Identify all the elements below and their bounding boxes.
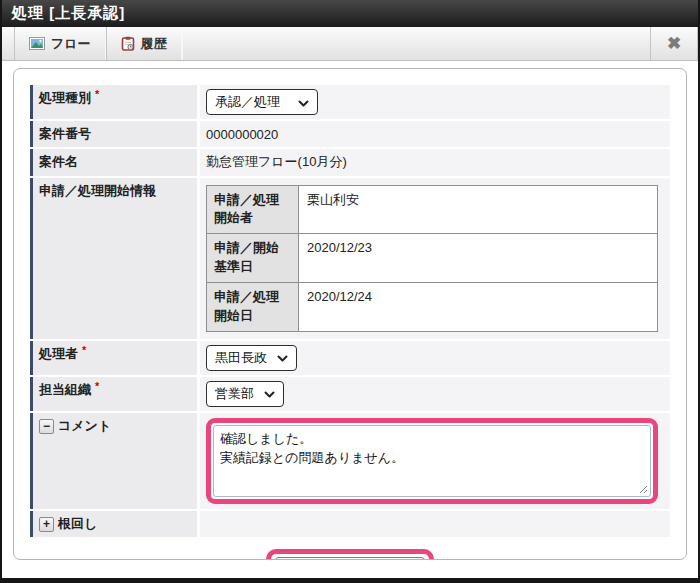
table-row: 申請／処理開始者 栗山利安 — [207, 185, 658, 234]
chevron-down-icon — [277, 350, 288, 365]
form-panel: 処理種別* 承認／処理 案件番号 0000000020 — [13, 68, 687, 560]
start-info-row-label: 申請／開始基準日 — [207, 234, 299, 283]
approve-button[interactable]: 承認／処理 — [274, 557, 426, 560]
form-row-nemawashi: + 根回し — [30, 511, 670, 537]
case-name-label: 案件名 — [30, 149, 197, 175]
form-row-comment: − コメント 確認しました。 実績記録との問題ありません。 — [30, 413, 670, 509]
comment-field: 確認しました。 実績記録との問題ありません。 — [200, 413, 670, 509]
organization-select[interactable]: 営業部 — [206, 381, 284, 407]
required-mark: * — [95, 381, 99, 392]
flow-button[interactable]: フロー — [14, 27, 106, 60]
chevron-down-icon — [264, 386, 275, 401]
start-info-row-label: 申請／処理開始者 — [207, 185, 299, 234]
start-info-row-value: 2020/12/24 — [299, 282, 658, 331]
minus-icon: − — [43, 420, 50, 432]
process-type-field: 承認／処理 — [200, 85, 670, 119]
nemawashi-field — [200, 511, 670, 537]
close-button[interactable]: ✖ — [650, 27, 698, 60]
organization-selected-value: 営業部 — [215, 385, 254, 403]
form-row-case-name: 案件名 勤怠管理フロー(10月分) — [30, 149, 670, 175]
label-text: 担当組織 — [39, 382, 91, 398]
comment-highlight-ring: 確認しました。 実績記録との問題ありません。 — [206, 418, 658, 504]
label-text: 案件番号 — [39, 126, 91, 142]
form-row-process-type: 処理種別* 承認／処理 — [30, 85, 670, 119]
close-icon: ✖ — [667, 35, 681, 52]
table-row: 申請／処理開始日 2020/12/24 — [207, 282, 658, 331]
form-row-case-number: 案件番号 0000000020 — [30, 121, 670, 147]
workflow-window: 処理 [上長承認] フロー — [0, 0, 700, 583]
label-text: 案件名 — [39, 154, 78, 170]
start-info-label: 申請／処理開始情報 — [30, 178, 197, 339]
history-icon — [121, 36, 135, 51]
window-titlebar: 処理 [上長承認] — [2, 0, 698, 27]
form-row-start-info: 申請／処理開始情報 申請／処理開始者 栗山利安 申請／開始基準日 2020/12… — [30, 178, 670, 339]
process-type-label: 処理種別* — [30, 85, 197, 119]
label-text: 申請／処理開始情報 — [39, 183, 156, 199]
processor-selected-value: 黒田長政 — [215, 349, 267, 367]
start-info-field: 申請／処理開始者 栗山利安 申請／開始基準日 2020/12/23 申請／処理開… — [200, 178, 670, 339]
start-info-row-label: 申請／処理開始日 — [207, 282, 299, 331]
label-text: 処理種別 — [39, 90, 91, 106]
label-text: 根回し — [58, 516, 97, 532]
case-number-label: 案件番号 — [30, 121, 197, 147]
case-name-field: 勤怠管理フロー(10月分) — [200, 149, 670, 175]
comment-label: − コメント — [30, 413, 197, 509]
start-info-row-value: 栗山利安 — [299, 185, 658, 234]
case-name-value: 勤怠管理フロー(10月分) — [206, 153, 347, 171]
expand-toggle-button[interactable]: + — [39, 517, 54, 532]
label-text: コメント — [58, 418, 111, 434]
chevron-down-icon — [298, 95, 309, 110]
action-row: 承認／処理 — [30, 549, 670, 560]
processor-label: 処理者* — [30, 341, 197, 375]
form-row-processor: 処理者* 黒田長政 — [30, 341, 670, 375]
required-mark: * — [82, 345, 86, 356]
form-row-organization: 担当組織* 営業部 — [30, 377, 670, 411]
process-type-selected-value: 承認／処理 — [215, 93, 280, 111]
case-number-value: 0000000020 — [206, 127, 278, 142]
history-button-label: 履歴 — [141, 35, 167, 53]
resize-grip-icon[interactable] — [639, 485, 648, 494]
processor-field: 黒田長政 — [200, 341, 670, 375]
organization-field: 営業部 — [200, 377, 670, 411]
start-info-row-value: 2020/12/23 — [299, 234, 658, 283]
flow-button-label: フロー — [51, 35, 91, 53]
nemawashi-label: + 根回し — [30, 511, 197, 537]
start-info-table: 申請／処理開始者 栗山利安 申請／開始基準日 2020/12/23 申請／処理開… — [206, 185, 658, 332]
processor-select[interactable]: 黒田長政 — [206, 345, 297, 371]
toolbar-spacer — [183, 27, 650, 60]
flow-icon — [29, 37, 45, 50]
table-row: 申請／開始基準日 2020/12/23 — [207, 234, 658, 283]
toolbar: フロー 履歴 ✖ — [2, 27, 698, 61]
comment-textarea[interactable]: 確認しました。 実績記録との問題ありません。 — [213, 425, 651, 497]
process-type-select[interactable]: 承認／処理 — [206, 89, 318, 115]
organization-label: 担当組織* — [30, 377, 197, 411]
required-mark: * — [95, 89, 99, 100]
content-area: 処理種別* 承認／処理 案件番号 0000000020 — [2, 61, 698, 578]
case-number-field: 0000000020 — [200, 121, 670, 147]
history-button[interactable]: 履歴 — [106, 27, 182, 60]
page-title: 処理 [上長承認] — [12, 4, 125, 23]
label-text: 処理者 — [39, 346, 78, 362]
collapse-toggle-button[interactable]: − — [39, 419, 54, 434]
approve-highlight-ring: 承認／処理 — [266, 549, 434, 560]
plus-icon: + — [43, 518, 50, 530]
